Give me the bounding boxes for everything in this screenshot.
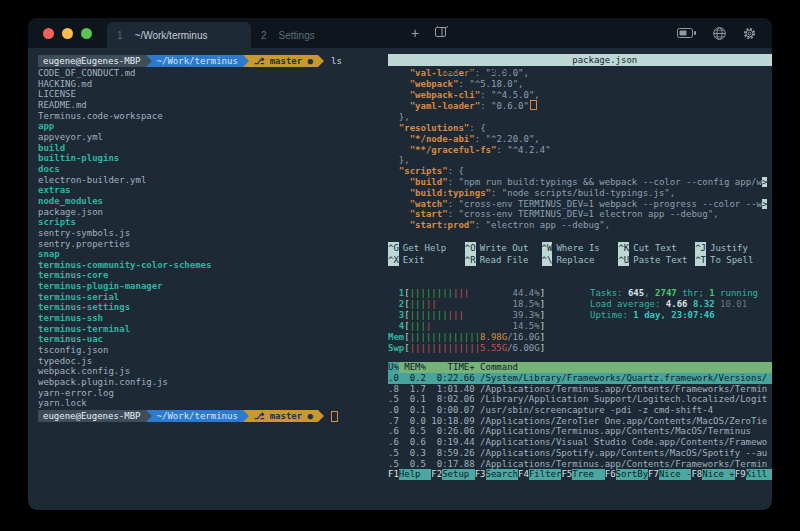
fn-key-label: Search <box>486 469 519 480</box>
process-row[interactable]: .00.10:00.07/usr/sbin/screencapture -pdi… <box>388 405 772 416</box>
nano-shortcut: ^\Replace <box>542 254 619 266</box>
htop-info-line: Tasks: 645, 2747 thr; 1 running <box>590 288 758 299</box>
battery-icon[interactable] <box>677 28 696 38</box>
meter-bar: ||||||||||39.3% <box>410 310 540 321</box>
shortcut-key: ^J <box>695 242 706 254</box>
file-list: CODE_OF_CONDUCT.mdHACKING.mdLICENSEREADM… <box>38 68 388 409</box>
maximize-window-button[interactable] <box>81 28 92 39</box>
meter-value: 44.4% <box>513 288 540 299</box>
meter-value: 39.3% <box>513 310 540 321</box>
terminal-window: 1~/Work/terminus2Settings + <box>28 18 772 510</box>
nano-shortcut: ^TTo Spell <box>695 254 772 266</box>
meter-bar: |||||||||||||8.98G/16.0G <box>410 332 540 343</box>
nano-code-line: "start:prod": "electron app --debug", <box>388 220 772 231</box>
cell-cpu: .5 <box>388 394 399 405</box>
column-header-command[interactable]: Command <box>475 362 772 373</box>
file-item: builtin-plugins <box>38 153 388 164</box>
process-row[interactable]: .50.38:59.26/Applications/Spotify.app/Co… <box>388 448 772 459</box>
shortcut-key: ^X <box>388 254 399 266</box>
shortcut-key: ^R <box>465 254 476 266</box>
fn-key-number: F2 <box>431 469 442 480</box>
file-item: yarn-error.log <box>38 388 388 399</box>
fn-key-f7: F7Nice - <box>648 469 691 480</box>
file-item: terminus-serial <box>38 292 388 303</box>
nano-code-line: "watch": "cross-env TERMINUS_DEV=1 webpa… <box>388 199 772 210</box>
cell-command: /System/Library/Frameworks/Quartz.framew… <box>475 373 772 384</box>
meter-label: 4 <box>388 321 404 332</box>
shortcut-label: Paste Text <box>633 254 687 266</box>
file-item: tsconfig.json <box>38 345 388 356</box>
process-row[interactable]: .81.71:01.40/Applications/Terminus.app/C… <box>388 384 772 395</box>
process-row[interactable]: .00.20:22.66/System/Library/Frameworks/Q… <box>388 373 772 384</box>
terminal-pane-left[interactable]: eugene@Eugenes-MBP~/Work/terminus⎇ maste… <box>28 48 388 510</box>
cell-mem: 0.6 <box>399 437 426 448</box>
process-row[interactable]: .60.60:19.44/Applications/Visual Studio … <box>388 437 772 448</box>
cell-cpu: .5 <box>388 459 399 470</box>
fn-key-number: F4 <box>518 469 529 480</box>
column-header-time[interactable]: TIME+ <box>426 362 475 373</box>
fn-key-label: Filter <box>529 469 562 480</box>
split-pane-icon <box>435 26 448 38</box>
cell-command: /Applications/Visual Studio Code.app/Con… <box>475 437 772 448</box>
meter-value: 14.5% <box>513 321 540 332</box>
htop-meters-area: 1[|||||||||||44.4%]2[|||||18.5%]3[||||||… <box>388 288 772 354</box>
tab--work-terminus[interactable]: 1~/Work/terminus <box>107 22 251 48</box>
process-rows: .00.20:22.66/System/Library/Frameworks/Q… <box>388 373 772 469</box>
cell-command: /Applications/ZeroTier One.app/Contents/… <box>475 416 772 427</box>
shortcut-key: ^K <box>618 242 629 254</box>
meter-value: 8.98G/16.0G <box>480 332 540 343</box>
fn-key-f5: F5Tree <box>561 469 604 480</box>
nano-code-line: "webpack-cli": "^4.5.0", <box>388 90 772 101</box>
new-tab-button[interactable]: + <box>411 25 419 41</box>
cell-time: 10:18.09 <box>426 416 475 427</box>
process-row[interactable]: .50.50:17.88/Applications/Terminus.app/C… <box>388 459 772 470</box>
line-overflow-marker: > <box>762 177 767 187</box>
tab-settings[interactable]: 2Settings <box>251 22 395 48</box>
file-item: terminus-terminal <box>38 324 388 335</box>
cell-cpu: .6 <box>388 437 399 448</box>
git-branch-icon: ⎇ <box>254 56 270 66</box>
shortcut-label: Where Is <box>556 242 599 254</box>
minimize-window-button[interactable] <box>62 28 73 39</box>
file-list-bottom-prompt-slot: eugene@Eugenes-MBP~/Work/terminus⎇ maste… <box>38 410 388 422</box>
shortcut-label: Exit <box>403 254 425 266</box>
meter-4: 4[||||14.5%] <box>388 321 578 332</box>
file-item: snap <box>38 249 388 260</box>
nano-code-line: "yaml-loader": "0.6.0" <box>388 100 772 112</box>
split-view: eugene@Eugenes-MBP~/Work/terminus⎇ maste… <box>28 48 772 510</box>
file-item: terminus-core <box>38 270 388 281</box>
nano-code-line: }, <box>388 112 772 123</box>
close-window-button[interactable] <box>43 28 54 39</box>
git-branch-name: master <box>270 56 308 66</box>
gear-icon[interactable] <box>743 27 756 40</box>
tab-index: 1 <box>117 30 123 41</box>
fn-key-f1: F1Help <box>388 469 431 480</box>
file-item: terminus-plugin-manager <box>38 281 388 292</box>
process-row[interactable]: .70.010:18.09/Applications/ZeroTier One.… <box>388 416 772 427</box>
globe-icon[interactable] <box>713 27 726 40</box>
meter-bar: ||||14.5% <box>410 321 540 332</box>
cell-cpu: .8 <box>388 384 399 395</box>
fn-key-f2: F2Setup <box>431 469 474 480</box>
prompt-path: ~/Work/terminus <box>152 410 243 422</box>
split-pane-button[interactable] <box>435 25 448 41</box>
cell-time: 1:01.40 <box>426 384 475 395</box>
process-row[interactable]: .60.50:26.06/Applications/Terminus.app/C… <box>388 426 772 437</box>
nano-version: GNU nano 4.5 <box>431 67 507 77</box>
cell-command: /usr/sbin/screencapture -pdi -z cmd-shif… <box>475 405 772 416</box>
prompt-user: eugene@Eugenes-MBP <box>38 55 146 67</box>
fn-key-f3: F3Search <box>475 469 518 480</box>
file-item: extras <box>38 185 388 196</box>
file-item: package.json <box>38 207 388 218</box>
meter-label: Swp <box>388 343 404 354</box>
fn-key-number: F3 <box>475 469 486 480</box>
cell-mem: 0.1 <box>399 405 426 416</box>
process-row[interactable]: .50.18:02.06/Library/Application Support… <box>388 394 772 405</box>
column-header-cpu[interactable]: U% <box>388 362 399 373</box>
titlebar[interactable]: 1~/Work/terminus2Settings + <box>28 18 772 48</box>
tab-bar: 1~/Work/terminus2Settings <box>107 18 395 48</box>
fn-key-label: Setup <box>442 469 475 480</box>
column-header-mem[interactable]: MEM% <box>399 362 426 373</box>
terminal-pane-right[interactable]: GNU nano 4.5 package.json "val-loader": … <box>388 48 772 510</box>
cell-time: 0:22.66 <box>426 373 475 384</box>
